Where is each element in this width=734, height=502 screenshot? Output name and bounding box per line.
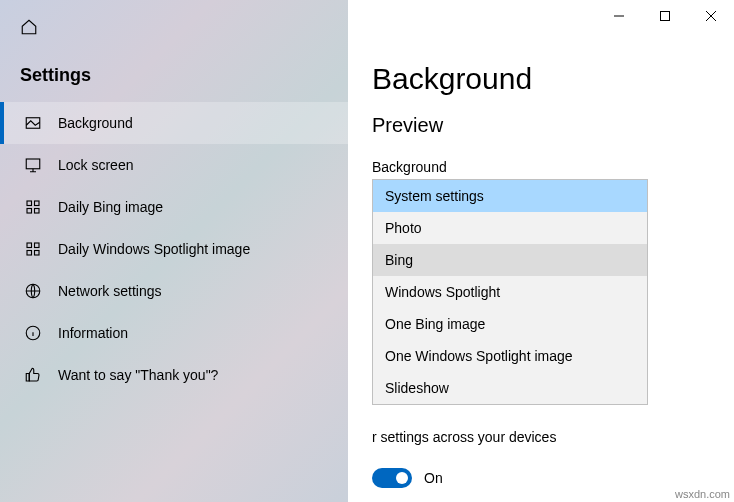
svg-rect-6 [27, 243, 32, 248]
monitor-icon [24, 156, 42, 174]
sync-toggle[interactable] [372, 468, 412, 488]
picture-icon [24, 114, 42, 132]
dropdown-option-one-bing[interactable]: One Bing image [373, 308, 647, 340]
dropdown-option-one-spotlight[interactable]: One Windows Spotlight image [373, 340, 647, 372]
sidebar-item-background[interactable]: Background [0, 102, 348, 144]
section-title: Preview [372, 96, 710, 137]
watermark: wsxdn.com [675, 488, 730, 500]
svg-rect-9 [35, 251, 40, 256]
toggle-knob [396, 472, 408, 484]
dropdown-option-system-settings[interactable]: System settings [373, 180, 647, 212]
background-dropdown[interactable]: System settings Photo Bing Windows Spotl… [372, 179, 648, 405]
settings-title: Settings [0, 45, 348, 102]
sidebar-item-label: Lock screen [58, 157, 133, 173]
globe-icon [24, 282, 42, 300]
thumbs-up-icon [24, 366, 42, 384]
sidebar-item-label: Background [58, 115, 133, 131]
svg-rect-1 [26, 159, 40, 169]
sidebar-item-label: Information [58, 325, 128, 341]
sidebar-item-label: Daily Windows Spotlight image [58, 241, 250, 257]
home-button[interactable] [0, 12, 348, 45]
sidebar-item-information[interactable]: Information [0, 312, 348, 354]
close-button[interactable] [688, 0, 734, 32]
dropdown-option-photo[interactable]: Photo [373, 212, 647, 244]
sidebar-item-daily-spotlight[interactable]: Daily Windows Spotlight image [0, 228, 348, 270]
dropdown-option-windows-spotlight[interactable]: Windows Spotlight [373, 276, 647, 308]
svg-rect-3 [35, 201, 40, 206]
svg-rect-8 [27, 251, 32, 256]
sidebar-item-daily-bing[interactable]: Daily Bing image [0, 186, 348, 228]
toggle-label: On [424, 470, 443, 486]
dropdown-option-bing[interactable]: Bing [373, 244, 647, 276]
minimize-button[interactable] [596, 0, 642, 32]
window-controls [596, 0, 734, 32]
svg-rect-2 [27, 201, 32, 206]
sidebar-item-label: Daily Bing image [58, 199, 163, 215]
svg-rect-5 [35, 209, 40, 214]
svg-rect-12 [661, 12, 670, 21]
maximize-button[interactable] [642, 0, 688, 32]
svg-rect-7 [35, 243, 40, 248]
sidebar-item-label: Network settings [58, 283, 161, 299]
grid-icon [24, 240, 42, 258]
sidebar-item-thank-you[interactable]: Want to say "Thank you"? [0, 354, 348, 396]
field-label-background: Background [372, 137, 710, 179]
sidebar-item-lock-screen[interactable]: Lock screen [0, 144, 348, 186]
content-pane: Background Preview Background System set… [348, 0, 734, 502]
info-icon [24, 324, 42, 342]
svg-rect-4 [27, 209, 32, 214]
sync-settings-text: r settings across your devices [372, 428, 692, 448]
sidebar-item-network[interactable]: Network settings [0, 270, 348, 312]
grid-icon [24, 198, 42, 216]
sidebar-item-label: Want to say "Thank you"? [58, 367, 218, 383]
sidebar: Settings Background Lock screen Daily Bi… [0, 0, 348, 502]
dropdown-option-slideshow[interactable]: Slideshow [373, 372, 647, 404]
home-icon [20, 18, 38, 36]
